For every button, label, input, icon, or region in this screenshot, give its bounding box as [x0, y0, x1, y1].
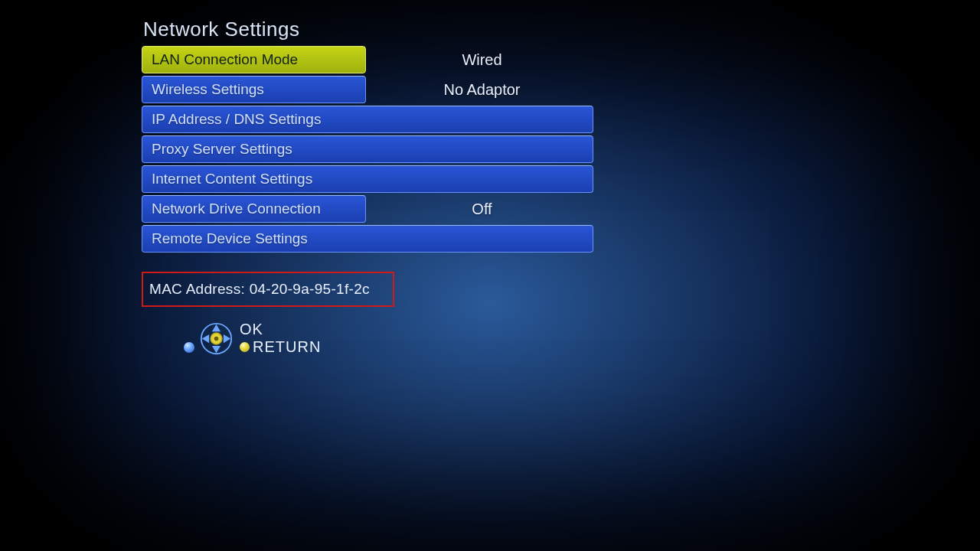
network-settings-panel: Network Settings LAN Connection ModeWire… [142, 18, 817, 356]
settings-item[interactable]: Network Drive Connection [142, 195, 366, 223]
legend-return: RETURN [253, 338, 321, 356]
settings-row: Proxy Server Settings [142, 135, 817, 163]
settings-list: LAN Connection ModeWiredWireless Setting… [142, 46, 817, 253]
settings-row: IP Address / DNS Settings [142, 106, 817, 133]
svg-marker-4 [224, 334, 230, 342]
svg-marker-3 [202, 334, 209, 342]
dpad-icon [199, 321, 234, 356]
svg-marker-2 [212, 345, 220, 352]
mac-address-box: MAC Address: 04-20-9a-95-1f-2c [142, 272, 394, 307]
settings-item[interactable]: Wireless Settings [142, 76, 366, 103]
yellow-dot-icon [240, 342, 250, 352]
settings-item[interactable]: Remote Device Settings [142, 225, 593, 253]
blue-dot-icon [184, 342, 194, 353]
settings-row: Internet Content Settings [142, 165, 817, 193]
mac-address-label: MAC Address: [149, 281, 250, 297]
settings-row: Remote Device Settings [142, 225, 817, 253]
mac-address-value: 04-20-9a-95-1f-2c [250, 281, 370, 297]
settings-item[interactable]: Proxy Server Settings [142, 135, 593, 163]
settings-item[interactable]: IP Address / DNS Settings [142, 106, 593, 133]
settings-row: LAN Connection ModeWired [142, 46, 817, 73]
settings-row: Network Drive ConnectionOff [142, 195, 817, 223]
legend-ok: OK [240, 321, 321, 338]
svg-point-8 [214, 336, 219, 341]
legend-labels: OK RETURN [240, 321, 321, 356]
settings-item[interactable]: Internet Content Settings [142, 165, 593, 193]
settings-value: Wired [370, 46, 594, 73]
settings-value: Off [370, 195, 594, 223]
settings-item[interactable]: LAN Connection Mode [142, 46, 366, 73]
svg-marker-1 [212, 324, 220, 331]
button-legend: OK RETURN [184, 321, 817, 356]
page-title: Network Settings [142, 18, 817, 41]
settings-value: No Adaptor [370, 76, 594, 103]
settings-row: Wireless SettingsNo Adaptor [142, 76, 817, 103]
